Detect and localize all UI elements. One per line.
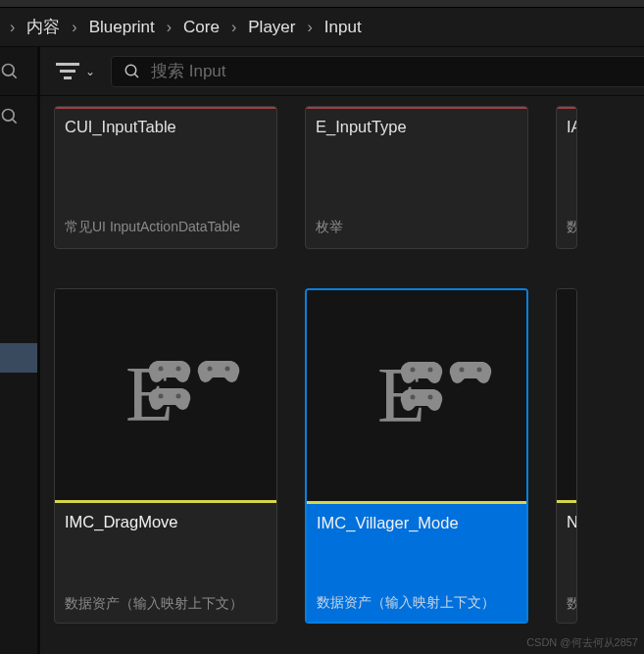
asset-desc: 枚举 xyxy=(306,211,527,248)
svg-point-13 xyxy=(159,393,164,398)
content-toolbar: ⌄ xyxy=(40,47,644,96)
asset-name: CUI_InputTable xyxy=(55,109,276,141)
svg-point-14 xyxy=(176,393,181,398)
search-icon xyxy=(0,107,20,126)
watermark: CSDN @何去何从2857 xyxy=(526,635,638,650)
asset-tile-partial-2[interactable]: N 数 xyxy=(556,288,577,624)
search-box[interactable] xyxy=(111,56,644,87)
svg-line-3 xyxy=(13,120,17,124)
filter-button[interactable]: ⌄ xyxy=(52,59,99,84)
asset-grid: CUI_InputTable 常见UI InputActionDataTable… xyxy=(40,96,644,654)
svg-line-8 xyxy=(134,74,138,77)
filter-icon xyxy=(56,63,79,80)
chevron-right-icon: › xyxy=(66,19,82,36)
sidebar xyxy=(0,47,40,654)
svg-point-18 xyxy=(477,367,482,372)
asset-desc: 数据资产（输入映射上下文） xyxy=(317,594,517,612)
svg-point-16 xyxy=(428,367,433,372)
svg-point-12 xyxy=(225,366,230,371)
svg-rect-5 xyxy=(60,70,75,73)
asset-thumbnail xyxy=(557,289,576,503)
crumb-player[interactable]: Player xyxy=(244,18,299,37)
svg-line-1 xyxy=(13,74,17,77)
asset-name: IA xyxy=(557,109,576,141)
crumb-input[interactable]: Input xyxy=(321,18,366,37)
sidebar-item[interactable] xyxy=(0,343,37,373)
svg-point-15 xyxy=(411,367,416,372)
asset-tile-partial[interactable]: IA 数 xyxy=(556,106,577,249)
svg-rect-6 xyxy=(64,76,72,79)
svg-rect-4 xyxy=(56,63,79,66)
svg-point-7 xyxy=(125,65,136,75)
search-input[interactable] xyxy=(151,62,644,81)
svg-point-11 xyxy=(208,366,213,371)
svg-point-2 xyxy=(3,110,15,122)
asset-thumbnail: E xyxy=(307,290,526,504)
chevron-right-icon: › xyxy=(161,19,177,36)
crumb-content[interactable]: 内容 xyxy=(23,16,64,38)
search-icon xyxy=(0,62,20,81)
chevron-right-icon: › xyxy=(4,19,21,36)
asset-thumbnail: E xyxy=(55,289,276,503)
chevron-right-icon: › xyxy=(225,19,242,36)
chevron-down-icon: ⌄ xyxy=(85,65,95,78)
breadcrumb: › 内容 › Blueprint › Core › Player › Input xyxy=(0,8,644,47)
controller-stack-icon xyxy=(399,359,526,414)
svg-point-20 xyxy=(428,394,433,399)
sidebar-search-area-1[interactable] xyxy=(0,47,37,96)
asset-name: IMC_Villager_Mode xyxy=(317,514,517,532)
svg-point-17 xyxy=(460,367,465,372)
search-icon xyxy=(124,63,141,80)
svg-point-19 xyxy=(411,394,416,399)
asset-name: IMC_DragMove xyxy=(65,513,267,531)
asset-tile-e-inputtype[interactable]: E_InputType 枚举 xyxy=(305,106,528,249)
asset-tile-imc-dragmove[interactable]: E IMC_DragMove 数据资产（输入映射上下文） xyxy=(54,288,277,624)
svg-point-9 xyxy=(159,366,164,371)
asset-desc: 数 xyxy=(557,211,576,248)
crumb-core[interactable]: Core xyxy=(179,18,223,37)
asset-name: E_InputType xyxy=(306,109,527,141)
asset-tile-cui-inputtable[interactable]: CUI_InputTable 常见UI InputActionDataTable xyxy=(54,106,277,249)
crumb-blueprint[interactable]: Blueprint xyxy=(85,18,159,37)
asset-tile-imc-villager-mode[interactable]: E IMC_Villager_Mode 数据资产（输入映射上下文） xyxy=(305,288,528,624)
asset-desc: 常见UI InputActionDataTable xyxy=(55,211,276,248)
chevron-right-icon: › xyxy=(301,19,318,36)
asset-desc: 数据资产（输入映射上下文） xyxy=(65,595,267,613)
svg-point-0 xyxy=(3,64,15,75)
sidebar-search-area-2[interactable] xyxy=(0,96,37,137)
controller-stack-icon xyxy=(147,358,276,413)
svg-point-10 xyxy=(176,366,181,371)
